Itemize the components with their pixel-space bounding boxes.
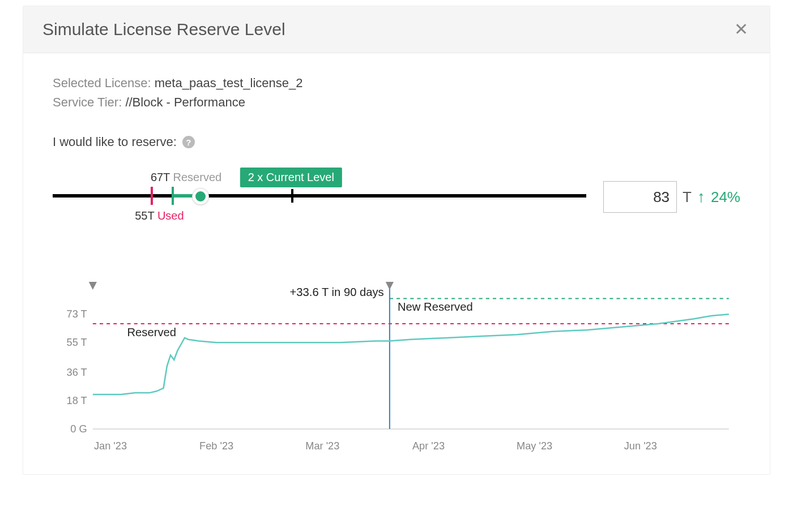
slider-reserved-tick xyxy=(172,187,174,205)
svg-text:Jan '23: Jan '23 xyxy=(94,440,127,452)
slider-used-label: 55T Used xyxy=(135,209,184,222)
selected-license-value: meta_paas_test_license_2 xyxy=(155,76,303,90)
svg-text:18 T: 18 T xyxy=(67,395,87,406)
service-tier-line: Service Tier: //Block - Performance xyxy=(53,95,740,110)
slider-used-tick xyxy=(151,187,153,205)
panel-body: Selected License: meta_paas_test_license… xyxy=(23,53,770,474)
slider-row: 67T Reserved55T Used2 x Current Level T … xyxy=(53,163,740,231)
panel-title: Simulate License Reserve Level xyxy=(42,20,285,39)
svg-text:Jun '23: Jun '23 xyxy=(624,440,657,452)
service-tier-value: //Block - Performance xyxy=(125,95,245,109)
svg-text:Reserved: Reserved xyxy=(127,326,177,338)
simulate-panel: Simulate License Reserve Level ✕ Selecte… xyxy=(23,6,770,475)
reserve-prompt-row: I would like to reserve: ? xyxy=(53,135,740,149)
svg-text:New Reserved: New Reserved xyxy=(398,301,473,314)
help-icon[interactable]: ? xyxy=(182,136,195,148)
svg-text:Feb '23: Feb '23 xyxy=(199,440,233,452)
slider-2x-chip: 2 x Current Level xyxy=(240,168,342,187)
reserve-prompt: I would like to reserve: xyxy=(53,135,177,149)
reserve-input[interactable] xyxy=(603,181,677,213)
svg-text:36 T: 36 T xyxy=(67,367,87,378)
svg-text:73 T: 73 T xyxy=(67,308,87,320)
selected-license-line: Selected License: meta_paas_test_license… xyxy=(53,76,740,91)
reserve-readout: T ↑ 24% xyxy=(603,181,740,213)
svg-text:Apr '23: Apr '23 xyxy=(412,440,445,452)
svg-text:+33.6 T in 90 days: +33.6 T in 90 days xyxy=(289,286,383,299)
svg-text:Mar '23: Mar '23 xyxy=(305,440,339,452)
svg-text:May '23: May '23 xyxy=(517,440,552,452)
svg-text:0 G: 0 G xyxy=(70,423,87,435)
slider-thumb[interactable] xyxy=(192,188,209,205)
usage-chart: 0 G18 T36 T55 T73 TJan '23Feb '23Mar '23… xyxy=(53,276,740,457)
close-icon[interactable]: ✕ xyxy=(732,19,751,40)
svg-text:55 T: 55 T xyxy=(67,337,87,348)
svg-marker-16 xyxy=(386,282,394,290)
panel-header: Simulate License Reserve Level ✕ xyxy=(23,6,770,53)
slider-track xyxy=(53,194,586,198)
slider-2x-tick xyxy=(291,189,293,203)
reserve-unit: T xyxy=(683,188,692,206)
service-tier-label: Service Tier: xyxy=(53,95,125,109)
reserve-delta: 24% xyxy=(711,188,740,206)
selected-license-label: Selected License: xyxy=(53,76,155,90)
svg-marker-15 xyxy=(89,282,97,290)
slider-reserved-label: 67T Reserved xyxy=(151,171,221,184)
reserve-slider[interactable]: 67T Reserved55T Used2 x Current Level xyxy=(53,163,586,231)
arrow-up-icon: ↑ xyxy=(697,188,705,206)
